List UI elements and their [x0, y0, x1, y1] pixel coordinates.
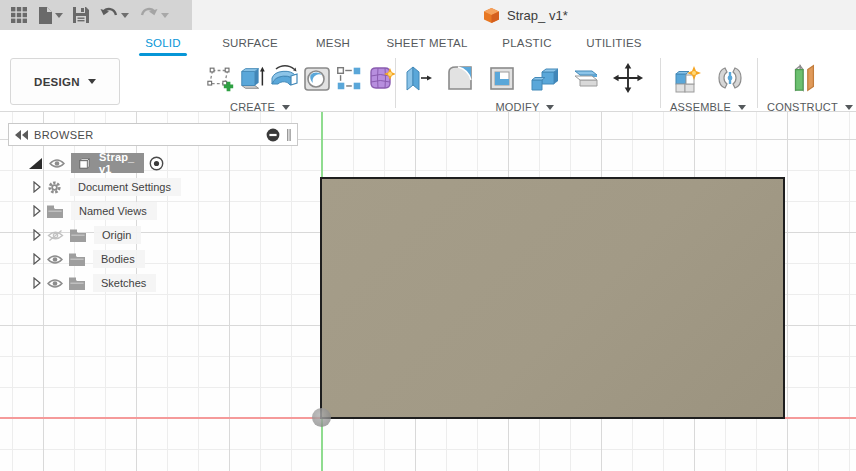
panel-drag-handle-icon[interactable] — [286, 129, 291, 141]
workspace-tab-bar: SOLID SURFACE MESH SHEET METAL PLASTIC U… — [0, 30, 856, 56]
collapse-panel-icon[interactable] — [15, 130, 28, 140]
revolve-icon[interactable] — [269, 57, 301, 99]
create-caret-icon — [282, 105, 290, 110]
shell-icon[interactable] — [486, 57, 518, 99]
ribbon-toolbar: DESIGN — [0, 56, 856, 112]
expand-chevron-icon[interactable] — [33, 205, 41, 217]
tab-solid[interactable]: SOLID — [137, 30, 189, 56]
assemble-caret-icon — [738, 105, 746, 110]
tree-item-label: Bodies — [93, 250, 145, 268]
expand-chevron-icon[interactable] — [33, 229, 41, 241]
move-icon[interactable] — [612, 57, 644, 99]
hole-icon[interactable] — [301, 57, 333, 99]
visibility-off-eye-icon[interactable] — [47, 229, 64, 242]
tree-item-label: Origin — [94, 226, 141, 244]
file-menu-caret-icon[interactable] — [55, 13, 63, 18]
visibility-eye-icon[interactable] — [49, 158, 65, 169]
combine-icon[interactable] — [528, 57, 560, 99]
redo-button[interactable] — [137, 3, 171, 27]
folder-icon — [70, 229, 86, 242]
tree-item-label: Sketches — [93, 274, 156, 292]
save-button[interactable] — [71, 3, 91, 27]
toolbar-divider — [395, 58, 396, 108]
browser-panel-header[interactable]: BROWSER — [8, 123, 298, 146]
remove-panel-icon[interactable] — [266, 128, 280, 142]
root-component-name: Strap_ v1 — [99, 151, 134, 175]
tree-row-root-component[interactable]: Strap_ v1 — [28, 153, 164, 173]
joint-icon[interactable] — [714, 57, 746, 99]
app-grid-icon[interactable] — [8, 3, 30, 27]
split-body-icon[interactable] — [570, 57, 602, 99]
document-tab[interactable]: Strap_ v1* — [483, 0, 568, 30]
toolbar-group-assemble — [672, 57, 746, 99]
tree-row-sketches[interactable]: Sketches — [33, 273, 156, 293]
construct-caret-icon — [845, 105, 853, 110]
modify-caret-icon — [546, 105, 554, 110]
expand-chevron-icon[interactable] — [33, 253, 41, 265]
visibility-eye-icon[interactable] — [47, 278, 63, 289]
tab-surface[interactable]: SURFACE — [212, 30, 288, 56]
file-menu-button[interactable] — [36, 3, 65, 27]
root-component-highlight[interactable]: Strap_ v1 — [71, 153, 144, 173]
document-title: Strap_ v1* — [507, 8, 568, 23]
fusion360-window: Strap_ v1* SOLID SURFACE MESH SHEET META… — [0, 0, 856, 471]
expand-chevron-icon[interactable] — [33, 181, 41, 193]
tab-plastic[interactable]: PLASTIC — [491, 30, 563, 56]
gear-icon — [47, 180, 62, 195]
quick-access-toolbar — [0, 0, 192, 30]
top-application-bar: Strap_ v1* — [0, 0, 856, 30]
tree-row-bodies[interactable]: Bodies — [33, 249, 145, 269]
undo-caret-icon[interactable] — [121, 13, 129, 18]
toolbar-group-modify — [402, 57, 644, 99]
browser-panel-title: BROWSER — [34, 129, 266, 141]
tree-row-origin[interactable]: Origin — [33, 225, 141, 245]
press-pull-icon[interactable] — [402, 57, 434, 99]
tree-item-label: Named Views — [71, 202, 157, 220]
solid-body[interactable] — [320, 177, 785, 419]
fillet-icon[interactable] — [444, 57, 476, 99]
undo-button[interactable] — [97, 3, 131, 27]
selection-corner-icon[interactable] — [28, 157, 43, 170]
toolbar-divider — [757, 58, 758, 108]
create-sketch-icon[interactable] — [205, 57, 237, 99]
rectangular-pattern-icon[interactable] — [333, 57, 365, 99]
activate-component-radio-icon[interactable] — [149, 156, 164, 171]
construct-plane-icon[interactable] — [788, 57, 820, 99]
workspace-caret-icon — [88, 79, 96, 84]
folder-icon — [69, 277, 85, 290]
folder-icon — [69, 253, 85, 266]
tab-mesh[interactable]: MESH — [303, 30, 363, 56]
extrude-icon[interactable] — [237, 57, 269, 99]
toolbar-group-construct — [788, 57, 820, 99]
tab-sheet-metal[interactable]: SHEET METAL — [383, 30, 471, 56]
visibility-eye-icon[interactable] — [47, 254, 63, 265]
expand-chevron-icon[interactable] — [33, 277, 41, 289]
redo-caret-icon[interactable] — [161, 13, 169, 18]
tree-row-document-settings[interactable]: Document Settings — [33, 177, 181, 197]
document-cube-icon — [483, 7, 500, 24]
viewport-canvas[interactable]: BROWSER Str — [0, 112, 856, 471]
tab-utilities[interactable]: UTILITIES — [577, 30, 651, 56]
create-form-icon[interactable] — [365, 57, 397, 99]
component-cube-icon — [77, 156, 92, 171]
tree-row-named-views[interactable]: Named Views — [33, 201, 157, 221]
workspace-selector-button[interactable]: DESIGN — [10, 58, 120, 105]
tree-item-label: Document Settings — [70, 178, 181, 196]
toolbar-group-create — [205, 57, 397, 99]
new-component-icon[interactable] — [672, 57, 704, 99]
folder-icon — [47, 205, 63, 218]
origin-point[interactable] — [312, 408, 331, 427]
